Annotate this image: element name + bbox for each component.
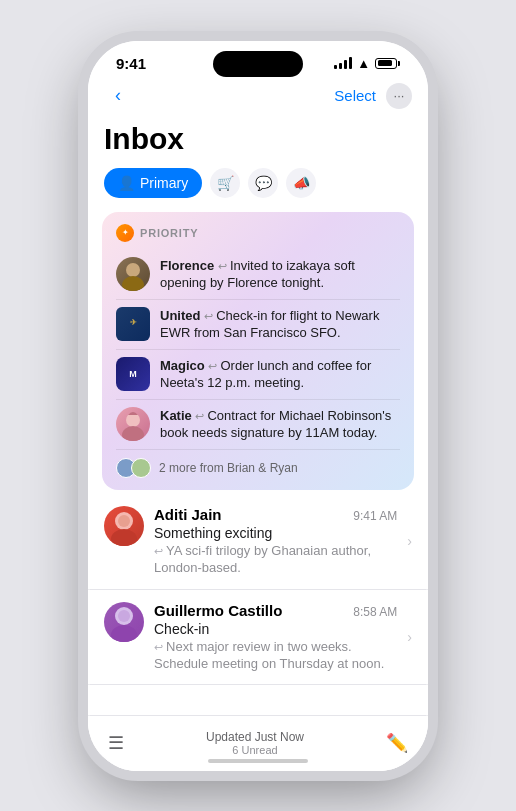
aditi-time: 9:41 AM <box>353 509 397 523</box>
mail-header-aditi: Aditi Jain 9:41 AM <box>154 506 397 523</box>
svg-point-8 <box>111 625 137 642</box>
priority-magico-text: Magico ↩︎ Order lunch and coffee for Nee… <box>160 357 400 392</box>
guillermo-sender: Guillermo Castillo <box>154 602 282 619</box>
priority-label: PRIORITY <box>140 227 198 239</box>
aditi-subject: Something exciting <box>154 525 397 541</box>
bar2 <box>339 63 342 69</box>
magico-summary-icon: ↩︎ <box>208 360 220 372</box>
aditi-preview: ↩︎ YA sci-fi trilogy by Ghanaian author,… <box>154 543 397 577</box>
florence-sender: Florence <box>160 258 214 273</box>
tab-messages[interactable]: 💬 <box>248 168 278 198</box>
mail-item-guillermo[interactable]: Guillermo Castillo 8:58 AM Check-in ↩︎ N… <box>88 590 428 686</box>
updated-text: Updated Just Now <box>206 730 304 744</box>
more-button[interactable]: ··· <box>386 83 412 109</box>
guillermo-preview: ↩︎ Next major review in two weeks. Sched… <box>154 639 397 673</box>
phone-frame: 9:41 ▲ ‹ Select ··· In <box>88 41 428 771</box>
avatar-katie <box>116 407 150 441</box>
compose-icon[interactable]: ✏️ <box>386 732 408 754</box>
priority-dot-icon: ✦ <box>116 224 134 242</box>
united-sender: United <box>160 308 200 323</box>
avatar-florence <box>116 257 150 291</box>
signal-bars-icon <box>334 57 352 69</box>
status-icons: ▲ <box>334 56 400 71</box>
svg-point-9 <box>118 610 130 622</box>
svg-point-2 <box>126 413 140 427</box>
aditi-sender: Aditi Jain <box>154 506 222 523</box>
dynamic-island <box>213 51 303 77</box>
chevron-icon-aditi: › <box>407 533 412 549</box>
svg-point-0 <box>126 263 140 277</box>
mail-list: Aditi Jain 9:41 AM Something exciting ↩︎… <box>88 494 428 686</box>
priority-item-united[interactable]: ✈ United ↩︎ Check-in for flight to Newar… <box>116 300 400 350</box>
avatar-united: ✈ <box>116 307 150 341</box>
florence-summary-icon: ↩︎ <box>218 260 230 272</box>
avatar-aditi <box>104 506 144 546</box>
bar1 <box>334 65 337 69</box>
priority-item-katie[interactable]: Katie ↩︎ Contract for Michael Robinson's… <box>116 400 400 450</box>
svg-point-5 <box>111 529 137 546</box>
shopping-icon: 🛒 <box>217 175 234 191</box>
chevron-icon-guillermo: › <box>407 629 412 645</box>
guillermo-time: 8:58 AM <box>353 605 397 619</box>
priority-header: ✦ PRIORITY <box>116 224 400 242</box>
svg-point-6 <box>118 515 130 527</box>
list-icon[interactable]: ☰ <box>108 732 124 754</box>
tab-promo[interactable]: 📣 <box>286 168 316 198</box>
filter-tabs: 👤 Primary 🛒 💬 📣 <box>88 168 428 212</box>
priority-katie-text: Katie ↩︎ Contract for Michael Robinson's… <box>160 407 400 442</box>
priority-item-florence[interactable]: Florence ↩︎ Invited to izakaya soft open… <box>116 250 400 300</box>
priority-card: ✦ PRIORITY Florence ↩︎ Invited to izakay… <box>102 212 414 490</box>
wifi-icon: ▲ <box>357 56 370 71</box>
more-avatars <box>116 458 151 478</box>
tab-primary[interactable]: 👤 Primary <box>104 168 202 198</box>
person-icon: 👤 <box>118 175 135 191</box>
tab-shopping[interactable]: 🛒 <box>210 168 240 198</box>
bar4 <box>349 57 352 69</box>
back-button[interactable]: ‹ <box>104 82 132 110</box>
united-summary-icon: ↩︎ <box>204 310 216 322</box>
more-row[interactable]: 2 more from Brian & Ryan <box>116 450 400 480</box>
status-time: 9:41 <box>116 55 146 72</box>
priority-item-magico[interactable]: M Magico ↩︎ Order lunch and coffee for N… <box>116 350 400 400</box>
priority-united-text: United ↩︎ Check-in for flight to Newark … <box>160 307 400 342</box>
select-button[interactable]: Select <box>334 87 376 104</box>
battery-icon <box>375 58 400 69</box>
svg-point-1 <box>122 276 144 291</box>
bottom-center: Updated Just Now 6 Unread <box>206 730 304 756</box>
tab-primary-label: Primary <box>140 175 188 191</box>
svg-point-3 <box>122 426 144 441</box>
home-indicator <box>208 759 308 763</box>
page-title: Inbox <box>88 118 428 168</box>
priority-florence-text: Florence ↩︎ Invited to izakaya soft open… <box>160 257 400 292</box>
mail-item-aditi[interactable]: Aditi Jain 9:41 AM Something exciting ↩︎… <box>88 494 428 590</box>
guillermo-subject: Check-in <box>154 621 397 637</box>
status-bar: 9:41 ▲ <box>88 41 428 78</box>
magico-sender: Magico <box>160 358 205 373</box>
content-area: Inbox 👤 Primary 🛒 💬 📣 ✦ PRIORI <box>88 118 428 771</box>
messages-icon: 💬 <box>255 175 272 191</box>
mini-avatar-2 <box>131 458 151 478</box>
promo-icon: 📣 <box>293 175 310 191</box>
bar3 <box>344 60 347 69</box>
katie-summary-icon: ↩︎ <box>195 410 207 422</box>
unread-text: 6 Unread <box>206 744 304 756</box>
more-label: 2 more from Brian & Ryan <box>159 461 298 475</box>
avatar-magico: M <box>116 357 150 391</box>
avatar-guillermo <box>104 602 144 642</box>
mail-info-aditi: Aditi Jain 9:41 AM Something exciting ↩︎… <box>154 506 397 577</box>
mail-info-guillermo: Guillermo Castillo 8:58 AM Check-in ↩︎ N… <box>154 602 397 673</box>
nav-right: Select ··· <box>334 83 412 109</box>
nav-bar: ‹ Select ··· <box>88 78 428 118</box>
mail-header-guillermo: Guillermo Castillo 8:58 AM <box>154 602 397 619</box>
katie-sender: Katie <box>160 408 192 423</box>
